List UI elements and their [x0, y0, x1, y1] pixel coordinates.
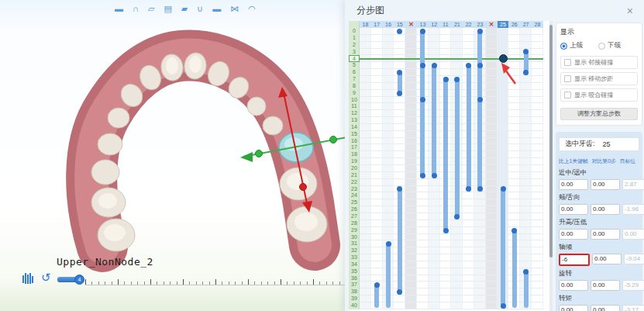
- movement-value-input[interactable]: [592, 254, 622, 264]
- step-bar[interactable]: [432, 64, 436, 178]
- chart-column-header[interactable]: 16: [383, 21, 394, 28]
- chart-row-label[interactable]: 18: [349, 151, 360, 158]
- movement-value-input[interactable]: [559, 254, 590, 266]
- chart-row-label[interactable]: 28: [349, 220, 360, 227]
- step-bar[interactable]: [524, 269, 529, 308]
- checkbox-occlusal-collision[interactable]: 显示 咬合碰撞: [560, 88, 638, 102]
- timeline-tick[interactable]: [202, 282, 203, 285]
- chart-column-header[interactable]: 12: [429, 21, 440, 28]
- chart-row-label[interactable]: 23: [349, 186, 360, 193]
- movement-value-input[interactable]: [591, 305, 620, 311]
- chart-row-label[interactable]: 19: [349, 158, 360, 165]
- chart-row-label[interactable]: 38: [349, 289, 360, 295]
- step-bar[interactable]: [501, 187, 505, 308]
- timeline-tick[interactable]: [261, 282, 262, 285]
- chart-row-label[interactable]: 2: [349, 42, 360, 49]
- timeline-tick[interactable]: [339, 282, 340, 285]
- chart-row-label[interactable]: 40: [349, 302, 360, 309]
- movement-value-input[interactable]: [591, 280, 620, 291]
- keyframe-dot[interactable]: [443, 77, 449, 82]
- chart-row-label[interactable]: 8: [349, 83, 360, 90]
- timeline-tick[interactable]: [300, 282, 301, 285]
- timeline-tick[interactable]: [254, 282, 255, 285]
- timeline-tick[interactable]: [105, 282, 105, 285]
- keyframe-dot[interactable]: [477, 63, 483, 68]
- timeline-tick[interactable]: [170, 282, 170, 285]
- chart-row-label[interactable]: 13: [349, 117, 360, 124]
- timeline-tick[interactable]: [131, 282, 132, 285]
- keyframe-dot[interactable]: [386, 241, 391, 247]
- link-vs-step0[interactable]: 对比第0步: [592, 157, 616, 165]
- timeline-ruler[interactable]: [85, 275, 346, 285]
- chart-column-header[interactable]: 22: [463, 21, 474, 28]
- chart-row-label[interactable]: 34: [349, 261, 360, 268]
- keyframe-dot[interactable]: [420, 29, 425, 34]
- chart-row-label[interactable]: 35: [349, 268, 360, 275]
- chart-row-label[interactable]: 25: [349, 199, 360, 206]
- chart-row-label[interactable]: 29: [349, 227, 360, 234]
- timeline-tick[interactable]: [137, 282, 138, 285]
- chart-column-header[interactable]: 21: [451, 21, 463, 28]
- timeline-tick[interactable]: [118, 279, 119, 285]
- keyframe-dot[interactable]: [477, 29, 483, 34]
- timeline-tick[interactable]: [98, 282, 99, 285]
- timeline-tick[interactable]: [177, 282, 177, 285]
- timeline-tick[interactable]: [209, 282, 210, 285]
- keyframe-dot[interactable]: [501, 303, 506, 309]
- chart-row-label[interactable]: 11: [349, 103, 360, 110]
- step-bar[interactable]: [455, 77, 460, 219]
- slider-handle[interactable]: 4: [74, 275, 84, 285]
- chart-row-label[interactable]: 36: [349, 275, 360, 282]
- chart-row-label[interactable]: 27: [349, 213, 360, 220]
- step-bar[interactable]: [398, 187, 402, 295]
- chart-column-header[interactable]: 26: [508, 21, 520, 28]
- timeline-tick[interactable]: [157, 282, 157, 285]
- chart-column-header[interactable]: 13: [417, 21, 429, 28]
- keyframe-dot[interactable]: [420, 173, 425, 178]
- keyframe-dot[interactable]: [397, 91, 402, 96]
- timeline-tick[interactable]: [196, 282, 197, 285]
- chart-column-header[interactable]: 17: [371, 21, 383, 28]
- link-target-position[interactable]: 目标位: [620, 157, 635, 165]
- chart-row-label[interactable]: 7: [349, 76, 360, 83]
- timeline-tick[interactable]: [215, 279, 216, 285]
- keyframe-dot[interactable]: [432, 63, 437, 68]
- chart-row-label[interactable]: 17: [349, 144, 360, 151]
- chart-row-label[interactable]: 20: [349, 165, 360, 172]
- missing-tooth-marker[interactable]: ✕: [405, 21, 417, 28]
- timeline-tick[interactable]: [326, 282, 327, 285]
- radio-upper-jaw[interactable]: 上颌: [560, 41, 583, 50]
- chart-row-label[interactable]: 24: [349, 192, 360, 199]
- step-bar[interactable]: [467, 64, 471, 192]
- movement-value-input[interactable]: [559, 229, 588, 240]
- timeline-tick[interactable]: [313, 279, 314, 285]
- chart-row-label[interactable]: 10: [349, 97, 360, 104]
- scrollbar-thumb[interactable]: [549, 25, 553, 257]
- timeline-tick[interactable]: [332, 282, 333, 285]
- chart-row-label[interactable]: 1: [349, 35, 360, 42]
- timeline-tick[interactable]: [281, 279, 281, 285]
- timeline-tick[interactable]: [222, 282, 222, 285]
- timeline-tick[interactable]: [248, 279, 249, 285]
- movement-value-input[interactable]: [559, 204, 588, 215]
- chart-row-label[interactable]: 16: [349, 138, 360, 145]
- timeline-tick[interactable]: [164, 282, 164, 285]
- chart-column-header[interactable]: 27: [520, 21, 532, 28]
- movement-value-input[interactable]: [591, 229, 620, 240]
- chart-row-label[interactable]: 15: [349, 131, 360, 138]
- movement-value-input[interactable]: [591, 179, 620, 190]
- checkbox-adjacent-collision[interactable]: 显示 邻接碰撞: [560, 56, 638, 69]
- movement-value-input[interactable]: [559, 179, 588, 190]
- timeline-tick[interactable]: [307, 282, 308, 285]
- keyframe-dot[interactable]: [511, 228, 517, 233]
- chart-row-label[interactable]: 9: [349, 90, 360, 97]
- checkbox-movement-step[interactable]: 显示 移动步距: [560, 72, 638, 85]
- movement-value-input[interactable]: [591, 204, 620, 215]
- link-vs-prev-keyframe[interactable]: 比上1关键帧: [559, 157, 588, 165]
- chart-row-label[interactable]: 12: [349, 110, 360, 117]
- timeline-tick[interactable]: [124, 282, 125, 285]
- stages-icon[interactable]: [22, 272, 35, 289]
- dental-arch-model[interactable]: [0, 0, 345, 311]
- timeline-tick[interactable]: [183, 279, 184, 285]
- radio-lower-jaw[interactable]: 下颌: [598, 41, 621, 50]
